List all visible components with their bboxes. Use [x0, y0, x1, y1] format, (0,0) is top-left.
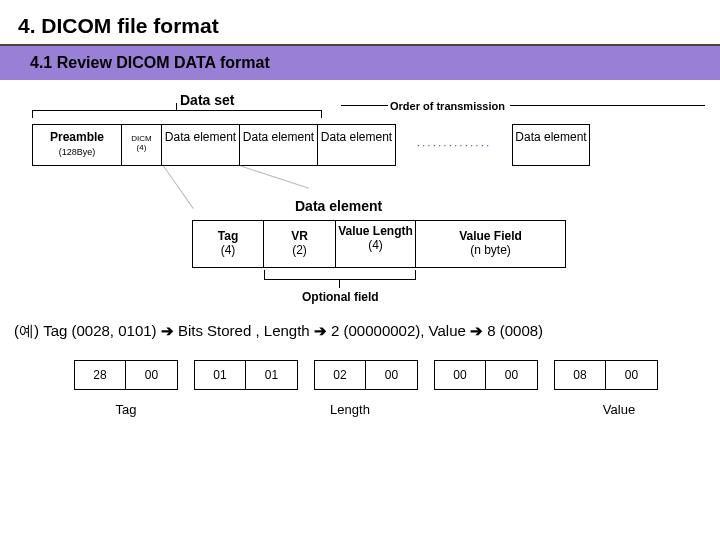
vr-sub: (2)	[292, 243, 307, 257]
example-mid1: Bits Stored , Length	[178, 322, 310, 339]
dicm-sub: (4)	[137, 143, 147, 152]
byte-cell: 00	[126, 360, 178, 390]
byte-cell: 00	[366, 360, 418, 390]
dicm-label: DICM	[131, 134, 151, 143]
bytes-label-value: Value	[574, 402, 664, 417]
byte-cell: 01	[194, 360, 246, 390]
optional-bracket	[264, 270, 416, 280]
order-line-left	[341, 105, 388, 106]
tag-box: Tag (4)	[192, 220, 264, 268]
optional-label: Optional field	[302, 290, 379, 304]
bytes-row: 28 00 01 01 02 00 00 00 08 00	[74, 360, 658, 390]
expand-line-right	[240, 166, 309, 189]
byte-cell: 28	[74, 360, 126, 390]
bytes-label-tag: Tag	[74, 402, 178, 417]
arrow-icon: ➔	[470, 322, 483, 339]
data-element-box: Data element	[512, 124, 590, 166]
optional-bracket-tick	[339, 280, 340, 288]
page-title: 4. DICOM file format	[18, 14, 702, 38]
tag-sub: (4)	[221, 243, 236, 257]
bytes-label-gap	[402, 402, 574, 417]
data-element-box: Data element	[318, 124, 396, 166]
byte-cell: 00	[606, 360, 658, 390]
bytes-label-length: Length	[298, 402, 402, 417]
byte-gap	[538, 360, 554, 390]
tag-label: Tag	[218, 229, 238, 243]
dataset-bracket	[32, 110, 322, 118]
vr-label: VR	[291, 229, 308, 243]
vl-box: Value Length (4)	[336, 220, 416, 268]
preamble-label: Preamble	[50, 130, 104, 144]
example-mid2: 2 (00000002), Value	[331, 322, 470, 339]
byte-gap	[418, 360, 434, 390]
byte-cell: 00	[434, 360, 486, 390]
dataset-bracket-tick	[176, 103, 177, 110]
example-end: 8 (0008)	[487, 322, 543, 339]
byte-cell: 00	[486, 360, 538, 390]
bytes-label-gap	[178, 402, 298, 417]
title-area: 4. DICOM file format	[0, 0, 720, 46]
byte-gap	[178, 360, 194, 390]
byte-gap	[298, 360, 314, 390]
vf-sub: (n byte)	[470, 243, 511, 257]
arrow-icon: ➔	[314, 322, 327, 339]
dataset-label: Data set	[180, 92, 234, 108]
subtitle-bar: 4.1 Review DICOM DATA format	[0, 46, 720, 80]
diagram-content: Data set Order of transmission Preamble …	[0, 80, 720, 104]
order-line-right	[510, 105, 705, 106]
order-label: Order of transmission	[390, 100, 505, 112]
preamble-sub: (128Bye)	[59, 147, 96, 157]
byte-cell: 02	[314, 360, 366, 390]
ellipsis-cell: ··············	[396, 124, 512, 166]
vl-label: Value Length	[338, 224, 413, 238]
expand-line-left	[163, 166, 194, 209]
data-element-box: Data element	[162, 124, 240, 166]
data-element-row: Tag (4) VR (2) Value Length (4) Value Fi…	[192, 220, 566, 268]
example-prefix: (예) Tag (0028, 0101)	[14, 322, 157, 339]
vf-label: Value Field	[459, 229, 522, 243]
dataset-row: Preamble (128Bye) DICM (4) Data element …	[32, 124, 590, 166]
bytes-labels: Tag Length Value	[74, 402, 664, 417]
example-line: (예) Tag (0028, 0101) ➔ Bits Stored , Len…	[14, 322, 543, 341]
vr-box: VR (2)	[264, 220, 336, 268]
data-element-title: Data element	[295, 198, 382, 214]
data-element-box: Data element	[240, 124, 318, 166]
dicm-box: DICM (4)	[122, 124, 162, 166]
vf-box: Value Field (n byte)	[416, 220, 566, 268]
byte-cell: 08	[554, 360, 606, 390]
byte-cell: 01	[246, 360, 298, 390]
preamble-box: Preamble (128Bye)	[32, 124, 122, 166]
arrow-icon: ➔	[161, 322, 174, 339]
vl-sub: (4)	[368, 238, 383, 252]
